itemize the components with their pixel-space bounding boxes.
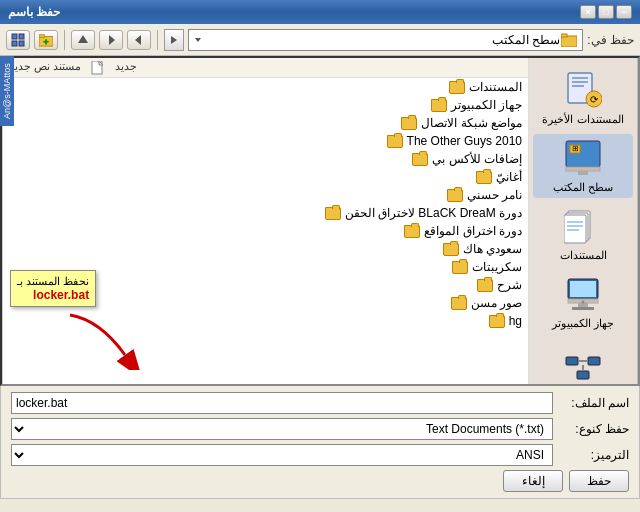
close-button[interactable]: × [580,5,596,19]
svg-rect-13 [12,41,17,46]
place-item-computer[interactable]: جهاز الكمبيوتر [533,270,633,334]
place-item-recent[interactable]: ⟳ المستندات الأخيرة [533,66,633,130]
desktop-icon: ⊞ [563,138,603,178]
network-icon [563,342,603,382]
window-title: حفظ باسم [8,5,60,19]
folder-icon [476,171,492,184]
folder-icon [447,189,463,202]
maximize-button[interactable]: □ [598,5,614,19]
list-item[interactable]: إضافات للأكس بي [3,150,528,168]
save-in-label: حفظ في: [587,33,634,47]
list-item[interactable]: مواضع شبكة الاتصال [3,114,528,132]
filename-label: اسم الملف: [559,396,629,410]
filename-input[interactable] [11,392,553,414]
context-item-new[interactable]: جديد [115,60,137,75]
svg-rect-33 [570,281,596,297]
svg-marker-4 [135,35,141,45]
documents-label: المستندات [560,249,607,262]
address-value: سطح المكتب [203,33,560,47]
svg-marker-5 [109,35,115,45]
svg-rect-12 [19,34,24,39]
dialog-body: ⟳ المستندات الأخيرة ⊞ سطح المكتب [0,56,640,386]
view-button[interactable] [6,30,30,50]
computer-label: جهاز الكمبيوتر [552,317,614,330]
context-item-new-text[interactable]: مستند نص جديد [9,60,81,75]
svg-rect-36 [572,307,594,310]
address-folder-icon [560,31,578,49]
svg-rect-17 [572,81,588,83]
list-item[interactable]: جهاز الكمبيوتر [3,96,528,114]
svg-rect-18 [572,85,584,87]
recent-docs-label: المستندات الأخيرة [542,113,623,126]
folder-icon [404,225,420,238]
folder-icon [431,99,447,112]
view-icon [11,33,25,47]
list-item[interactable]: دورة اختراق المواقع [3,222,528,240]
svg-rect-8 [39,34,44,37]
save-dialog: − □ × حفظ باسم حفظ في: سطح المكتب [0,0,640,512]
context-bar: جديد مستند نص جديد [3,58,528,78]
list-item[interactable]: أغانيّ [3,168,528,186]
filetype-row: حفظ كنوع: Text Documents (*.txt) [11,418,629,440]
list-item[interactable]: نامر حسني [3,186,528,204]
svg-rect-35 [578,303,588,307]
encoding-select[interactable]: ANSI [11,444,553,466]
list-item[interactable]: hg [3,312,528,330]
tooltip-filename: locker.bat [17,288,89,302]
folder-icon [325,207,341,220]
place-item-network[interactable]: مواضع شبكة [533,338,633,384]
computer-icon [563,274,603,314]
filetype-select[interactable]: Text Documents (*.txt) [11,418,553,440]
back-button[interactable] [127,30,151,50]
svg-rect-14 [19,41,24,46]
svg-rect-0 [561,36,577,47]
svg-rect-23 [578,171,588,175]
place-item-documents[interactable]: المستندات [533,202,633,266]
svg-rect-38 [566,357,578,365]
up-icon [76,33,90,47]
svg-rect-31 [567,229,579,231]
list-item[interactable]: دورة BLaCK DreaM لاختراق الحقن [3,204,528,222]
forward-button[interactable] [99,30,123,50]
svg-marker-3 [171,36,177,44]
svg-marker-2 [195,38,201,42]
user-label: An@s-MAttos [2,63,12,119]
dialog-buttons: حفظ إلغاء [11,470,629,492]
back-icon [132,33,146,47]
place-item-desktop[interactable]: ⊞ سطح المكتب [533,134,633,198]
address-dropdown-icon [193,35,203,45]
file-list-panel: جديد مستند نص جديد المستندات جهاز الكمبي… [2,58,528,384]
tooltip-text: نحفظ المستند بـ [17,275,89,288]
folder-icon [451,297,467,310]
encoding-row: الترميز: ANSI [11,444,629,466]
folder-icon [412,153,428,166]
new-folder-icon [39,33,53,47]
new-folder-button[interactable] [34,30,58,50]
go-button[interactable] [164,29,184,51]
folder-icon [489,315,505,328]
title-bar: − □ × حفظ باسم [0,0,640,24]
encoding-label: الترميز: [559,448,629,462]
toolbar: حفظ في: سطح المكتب [0,24,640,56]
folder-icon [452,261,468,274]
list-item[interactable]: سعودي هاك [3,240,528,258]
svg-marker-6 [78,35,88,43]
svg-text:⟳: ⟳ [590,94,599,105]
svg-rect-16 [572,77,588,79]
list-item[interactable]: The Other Guys 2010 [3,132,528,150]
svg-rect-30 [567,225,583,227]
folder-icon [477,279,493,292]
cancel-button[interactable]: إلغاء [503,470,563,492]
address-bar: سطح المكتب [188,29,583,51]
minimize-button[interactable]: − [616,5,632,19]
svg-rect-22 [566,167,600,171]
places-bar: ⟳ المستندات الأخيرة ⊞ سطح المكتب [528,58,638,384]
user-panel: An@s-MAttos [0,56,14,126]
save-button[interactable]: حفظ [569,470,629,492]
title-bar-buttons[interactable]: − □ × [580,5,632,19]
list-item[interactable]: المستندات [3,78,528,96]
up-button[interactable] [71,30,95,50]
toolbar-sep-2 [64,30,65,50]
svg-point-37 [582,301,585,304]
filename-row: اسم الملف: [11,392,629,414]
